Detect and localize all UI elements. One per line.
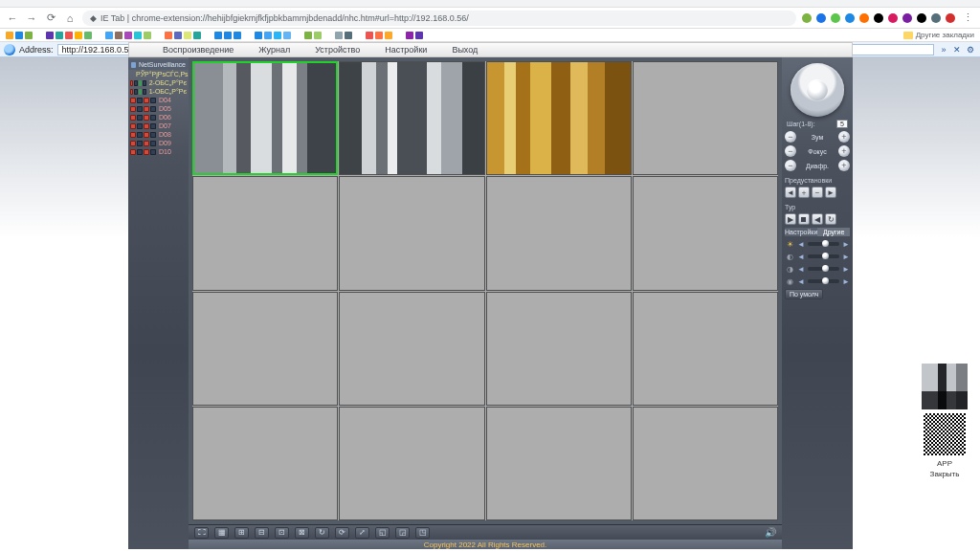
layout-button[interactable]: ↻ (315, 527, 329, 539)
device-row[interactable]: D10 (128, 147, 189, 156)
back-icon[interactable]: ← (6, 11, 19, 25)
tour-stop[interactable]: ⏹ (798, 213, 810, 225)
video-cell[interactable] (339, 407, 484, 520)
tab-image-settings[interactable]: Настройки (785, 228, 817, 236)
layout-button[interactable]: ⊞ (234, 527, 249, 539)
extension-icon[interactable] (946, 13, 955, 23)
ptz-zoom-in[interactable]: + (838, 131, 850, 143)
video-cell[interactable] (633, 407, 778, 520)
device-row[interactable]: D07 (128, 121, 189, 130)
extension-icon[interactable] (859, 13, 869, 23)
ietab-close-icon[interactable]: ✕ (951, 44, 963, 55)
layout-button[interactable]: ◱ (375, 527, 390, 539)
forward-icon[interactable]: → (25, 11, 38, 25)
video-cell[interactable] (339, 61, 484, 175)
slider-decrease[interactable]: ◄ (797, 277, 805, 286)
video-cell[interactable] (339, 176, 484, 290)
device-row[interactable]: D05 (128, 104, 189, 113)
slider-track[interactable] (808, 267, 839, 271)
reload-icon[interactable]: ⟳ (44, 11, 57, 25)
layout-button[interactable]: ⤢ (355, 527, 369, 539)
device-row[interactable]: D09 (128, 139, 189, 147)
layout-button[interactable]: ◳ (415, 527, 430, 539)
device-row[interactable]: D04 (128, 96, 189, 104)
qr-close-button[interactable]: Закрыть (930, 470, 960, 478)
video-cell[interactable] (633, 292, 778, 406)
ptz-focus-out[interactable]: − (785, 145, 796, 157)
volume-icon[interactable]: 🔊 (765, 528, 776, 538)
menu-playback[interactable]: Воспроизведение (163, 45, 234, 55)
device-row[interactable]: 1-ОБС„Р°Рє (128, 87, 189, 96)
omnibox[interactable]: ◆ IE Tab | chrome-extension://hehijbfgie… (82, 11, 796, 26)
bookmark-group[interactable] (6, 32, 33, 39)
extension-icon[interactable] (931, 13, 941, 23)
slider-track[interactable] (808, 279, 839, 283)
slider-increase[interactable]: ► (842, 253, 850, 261)
tour-rev[interactable]: ◀ (812, 213, 823, 225)
bookmark-group[interactable] (46, 32, 92, 39)
menu-logout[interactable]: Выход (452, 45, 478, 55)
ptz-zoom-out[interactable]: − (785, 131, 796, 143)
preset-next[interactable]: ► (825, 187, 836, 198)
bookmark-group[interactable] (304, 32, 322, 39)
tour-play[interactable]: ▶ (785, 213, 796, 225)
tour-loop[interactable]: ↻ (825, 213, 836, 225)
ptz-iris-close[interactable]: − (785, 160, 796, 171)
slider-thumb[interactable] (822, 253, 829, 259)
bookmark-group[interactable] (366, 32, 392, 39)
extension-icon[interactable] (874, 13, 883, 23)
layout-button[interactable]: ⛶ (194, 527, 209, 539)
tab-image-other[interactable]: Другие (817, 228, 850, 236)
chrome-menu-icon[interactable]: ⋮ (961, 11, 974, 25)
extension-icon[interactable] (917, 13, 926, 23)
extension-icon[interactable] (831, 13, 840, 23)
layout-button[interactable]: ⟳ (335, 527, 349, 539)
video-cell[interactable] (486, 292, 632, 406)
bookmark-group[interactable] (214, 32, 241, 39)
video-cell[interactable] (486, 407, 632, 520)
menu-settings[interactable]: Настройки (385, 45, 427, 55)
sidebar-root[interactable]: NetSurveillance (128, 59, 189, 70)
slider-decrease[interactable]: ◄ (797, 253, 805, 261)
layout-button[interactable]: ▦ (214, 527, 229, 539)
extension-icon[interactable] (888, 13, 898, 23)
layout-button[interactable]: ⊠ (295, 527, 309, 539)
video-cell[interactable] (633, 61, 778, 175)
video-cell[interactable] (192, 407, 338, 520)
slider-thumb[interactable] (822, 277, 829, 284)
video-cell[interactable] (339, 292, 484, 406)
preset-del[interactable]: − (812, 187, 823, 198)
bookmark-group[interactable] (105, 32, 151, 39)
other-bookmarks[interactable]: Другие закладки (903, 31, 974, 39)
video-cell[interactable] (192, 292, 338, 406)
slider-increase[interactable]: ► (842, 240, 850, 249)
preset-add[interactable]: ＋ (798, 187, 810, 198)
extension-icon[interactable] (845, 13, 855, 23)
device-row[interactable]: РЎР°РјРѕСЃС‚Рѕ (128, 70, 189, 78)
device-row[interactable]: D08 (128, 130, 189, 139)
ptz-direction-wheel[interactable] (791, 63, 844, 117)
bookmark-group[interactable] (406, 32, 423, 39)
ietab-bookmarks-icon[interactable]: » (938, 44, 949, 55)
slider-increase[interactable]: ► (842, 277, 850, 286)
extension-icon[interactable] (802, 13, 812, 23)
ietab-settings-icon[interactable]: ⚙ (965, 44, 976, 55)
layout-button[interactable]: ⊡ (275, 527, 289, 539)
extension-icon[interactable] (902, 13, 912, 23)
slider-thumb[interactable] (822, 240, 829, 247)
ptz-focus-in[interactable]: + (838, 145, 850, 157)
ptz-speed-value[interactable]: 5 (836, 120, 848, 128)
bookmark-group[interactable] (255, 32, 291, 39)
image-default-button[interactable]: По умолч (785, 289, 823, 299)
home-icon[interactable]: ⌂ (63, 11, 77, 25)
video-cell[interactable] (192, 61, 338, 175)
slider-track[interactable] (808, 254, 839, 258)
device-row[interactable]: D06 (128, 113, 189, 121)
video-cell[interactable] (486, 176, 632, 290)
menu-log[interactable]: Журнал (258, 45, 290, 55)
ptz-iris-open[interactable]: + (838, 160, 850, 171)
slider-decrease[interactable]: ◄ (797, 265, 805, 274)
layout-button[interactable]: ◲ (395, 527, 410, 539)
video-cell[interactable] (486, 61, 632, 175)
slider-decrease[interactable]: ◄ (797, 240, 805, 249)
